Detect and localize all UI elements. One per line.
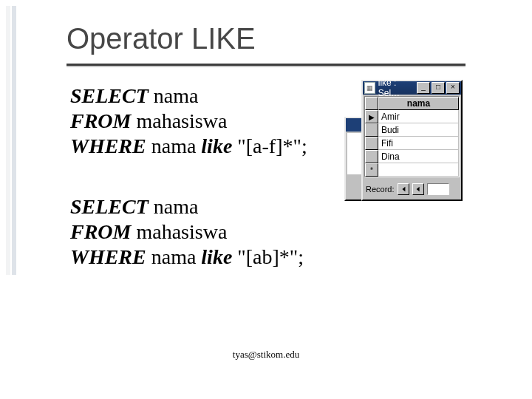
cell[interactable]: Dina xyxy=(378,150,459,163)
title-rule xyxy=(66,66,466,67)
page-title: Operator LIKE xyxy=(66,22,256,55)
row-selector-new[interactable]: * xyxy=(365,163,378,177)
table-row: Fifi xyxy=(365,137,459,150)
text: nama xyxy=(149,195,199,218)
cell[interactable]: Fifi xyxy=(378,137,459,150)
nav-first-button[interactable] xyxy=(398,183,409,195)
row-selector[interactable] xyxy=(365,137,378,150)
column-header-nama[interactable]: nama xyxy=(378,97,459,110)
table-row: Dina xyxy=(365,150,459,163)
keyword-where: WHERE xyxy=(70,134,146,157)
keyword-like: like xyxy=(201,245,232,268)
text: "[ab]*"; xyxy=(232,245,304,268)
text: nama xyxy=(149,84,199,107)
table-row: ▶ Amir xyxy=(365,110,459,123)
decoration-stripe xyxy=(6,6,10,275)
text: nama xyxy=(146,245,202,268)
window-title: like : Sel… xyxy=(378,78,417,98)
text: mahasiswa xyxy=(131,109,227,132)
keyword-like: like xyxy=(201,134,232,157)
cell[interactable]: Budi xyxy=(378,123,459,137)
titlebar[interactable]: ▦ like : Sel… _ □ × xyxy=(363,81,461,95)
text: mahasiswa xyxy=(131,220,227,243)
table-row-new: * xyxy=(365,163,459,177)
slide: Operator LIKE SELECT nama FROM mahasiswa… xyxy=(0,0,532,399)
close-button[interactable]: × xyxy=(446,82,460,94)
row-selector[interactable] xyxy=(365,123,378,137)
record-navigator: Record: xyxy=(363,179,461,200)
decoration-stripe xyxy=(12,6,16,275)
row-selector[interactable] xyxy=(365,150,378,163)
sql-query-1: SELECT nama FROM mahasiswa WHERE nama li… xyxy=(70,83,307,159)
row-selector-current[interactable]: ▶ xyxy=(365,110,378,123)
record-label: Record: xyxy=(366,185,395,194)
minimize-button[interactable]: _ xyxy=(417,82,430,94)
keyword-from: FROM xyxy=(70,109,131,132)
nav-first-icon xyxy=(400,186,406,192)
maximize-button[interactable]: □ xyxy=(432,82,445,94)
table-row: Budi xyxy=(365,123,459,137)
cell[interactable] xyxy=(378,163,459,177)
keyword-from: FROM xyxy=(70,220,131,243)
text: nama xyxy=(146,134,202,157)
nav-prev-icon xyxy=(415,186,421,192)
record-number-input[interactable] xyxy=(427,183,449,195)
sql-query-2: SELECT nama FROM mahasiswa WHERE nama li… xyxy=(70,194,304,270)
keyword-select: SELECT xyxy=(70,195,149,218)
keyword-where: WHERE xyxy=(70,245,146,268)
footer-email: tyas@stikom.edu xyxy=(0,349,532,361)
select-all-cell[interactable] xyxy=(365,97,378,110)
cell[interactable]: Amir xyxy=(378,110,459,123)
app-icon: ▦ xyxy=(364,82,375,94)
nav-prev-button[interactable] xyxy=(412,183,424,195)
result-grid: nama ▶ Amir Budi Fifi Dina * xyxy=(364,96,460,177)
result-window: ▦ like : Sel… _ □ × nama ▶ Amir Budi xyxy=(361,80,463,201)
keyword-select: SELECT xyxy=(70,84,149,107)
text: "[a-f]*"; xyxy=(232,134,307,157)
